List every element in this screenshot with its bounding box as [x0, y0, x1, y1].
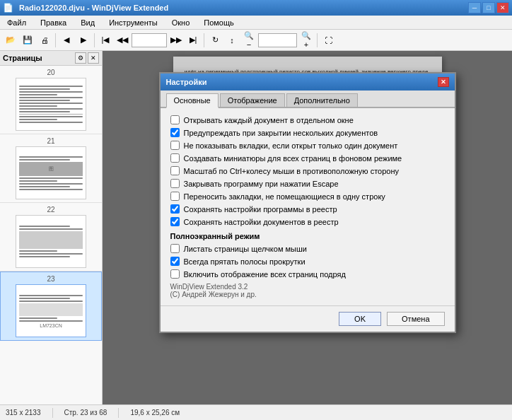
minimize-button[interactable]: ─ — [468, 2, 481, 13]
content-area: идёт на переменный подстроечный резисто-… — [103, 51, 512, 404]
checkbox-label-7: Сохранять настройки программы в реестр — [184, 205, 337, 214]
menu-window[interactable]: Окно — [168, 18, 194, 28]
toolbar-forward-btn[interactable]: ▶ — [76, 33, 91, 48]
main-area: Страницы ⚙ ✕ 20 — [0, 51, 512, 404]
status-dimensions: 315 x 2133 — [6, 409, 41, 416]
thumbnail-page-23[interactable]: 23 LM723CN — [0, 272, 102, 341]
checkbox-label-1: Предупреждать при закрытии нескольких до… — [184, 129, 378, 137]
thumb-label-21: 21 — [47, 137, 54, 145]
thumb-img-21: 图 — [16, 146, 86, 199]
dialog-copyright: (C) Андрей Жежерун и др. — [170, 291, 257, 298]
dialog-tabs: Основные Отображение Дополнительно — [161, 91, 455, 108]
maximize-button[interactable]: □ — [482, 2, 495, 13]
toolbar-sep-1 — [55, 33, 56, 47]
window-controls: ─ □ ✕ — [468, 2, 509, 13]
dialog-ok-button[interactable]: OK — [339, 312, 381, 326]
toolbar-sep-2 — [94, 33, 95, 47]
thumbnail-page-22[interactable]: 22 — [0, 203, 102, 272]
toolbar-save-btn[interactable]: 💾 — [20, 33, 35, 48]
toolbar-mirror-btn[interactable]: ↕ — [224, 33, 240, 48]
checkbox-label-2: Не показывать вкладки, если открыт тольк… — [184, 141, 398, 150]
checkbox-label-3: Создавать миниатюры для всех страниц в ф… — [184, 154, 402, 163]
dialog-tab-basic[interactable]: Основные — [166, 93, 219, 108]
checkbox-show-all-pages[interactable] — [170, 269, 180, 279]
toolbar-rotate-btn[interactable]: ↻ — [207, 33, 223, 48]
status-sep-1 — [52, 408, 53, 418]
sidebar: Страницы ⚙ ✕ 20 — [0, 51, 103, 404]
checkbox-click-page[interactable] — [170, 244, 180, 253]
checkbox-row-4: Масштаб по Ctrl+колесу мыши в противопол… — [170, 166, 445, 175]
thumb-label-22: 22 — [47, 206, 54, 214]
thumb-img-23: LM723CN — [16, 284, 86, 337]
dialog-title-bar: Настройки ✕ — [161, 74, 455, 91]
sidebar-close-icon[interactable]: ✕ — [88, 52, 99, 64]
settings-dialog: Настройки ✕ Основные Отображение Дополни… — [159, 72, 456, 333]
dialog-title: Настройки — [166, 78, 207, 86]
checkbox-label-8: Сохранять настройки документов в реестр — [184, 218, 339, 226]
sidebar-title: Страницы — [3, 54, 42, 62]
toolbar-open-btn[interactable]: 📂 — [3, 33, 18, 48]
dialog-cancel-button[interactable]: Отмена — [387, 312, 444, 326]
checkbox-wrap-tabs[interactable] — [170, 192, 180, 201]
toolbar-first-btn[interactable]: |◀ — [98, 33, 113, 48]
menu-file[interactable]: Файл — [3, 18, 30, 28]
status-sep-2 — [118, 408, 119, 418]
status-bar: 315 x 2133 Стр. 23 из 68 19,6 x 25,26 см — [0, 404, 512, 420]
checkbox-bg-thumbnails[interactable] — [170, 153, 180, 163]
checkbox-save-app-settings[interactable] — [170, 204, 180, 214]
checkbox-label-5: Закрывать программу при нажатии Escape — [184, 180, 339, 188]
fullscreen-section-label: Полноэкранный режим — [170, 232, 445, 240]
thumbnail-page-20[interactable]: 20 — [0, 66, 102, 134]
checkbox-hide-scrollbars[interactable] — [170, 257, 180, 266]
checkbox-separate-window[interactable] — [170, 115, 180, 124]
window-title: Radio122020.djvu - WinDjView Extended — [16, 4, 168, 12]
toolbar-fullscreen-btn[interactable]: ⛶ — [320, 33, 336, 48]
fullscreen-checkbox-label-2: Включить отображение всех страниц подряд — [184, 270, 346, 279]
toolbar-zoom-out-btn[interactable]: 🔍− — [241, 33, 257, 48]
thumb-img-22 — [16, 215, 86, 268]
checkbox-save-doc-settings[interactable] — [170, 217, 180, 226]
checkbox-row-5: Закрывать программу при нажатии Escape — [170, 179, 445, 188]
status-page: Стр. 23 из 68 — [64, 409, 107, 416]
sidebar-scroll[interactable]: 20 21 图 — [0, 66, 102, 404]
page-input[interactable]: #23 — [132, 33, 167, 47]
sidebar-icon-group: ⚙ ✕ — [75, 52, 99, 64]
thumbnail-page-21[interactable]: 21 图 — [0, 134, 102, 203]
checkbox-row-1: Предупреждать при закрытии нескольких до… — [170, 128, 445, 137]
toolbar-prev-btn[interactable]: ◀◀ — [115, 33, 130, 48]
fullscreen-checkbox-label-1: Всегда прятать полосы прокрутки — [184, 257, 306, 266]
sidebar-settings-icon[interactable]: ⚙ — [75, 52, 86, 64]
checkbox-no-tabs[interactable] — [170, 141, 180, 150]
checkbox-close-escape[interactable] — [170, 179, 180, 188]
checkbox-row-0: Открывать каждый документ в отдельном ок… — [170, 115, 445, 124]
checkbox-label-4: Масштаб по Ctrl+колесу мыши в противопол… — [184, 167, 400, 175]
toolbar-zoom-in-btn[interactable]: 🔍+ — [298, 33, 314, 48]
dialog-close-button[interactable]: ✕ — [438, 77, 449, 87]
menu-bar: Файл Правка Вид Инструменты Окно Помощь — [0, 16, 512, 30]
checkbox-reverse-zoom[interactable] — [170, 166, 180, 175]
menu-edit[interactable]: Правка — [36, 18, 71, 28]
zoom-input[interactable]: 100% — [258, 33, 297, 47]
toolbar-print-btn[interactable]: 🖨 — [37, 33, 52, 48]
checkbox-label-6: Переносить закладки, не помещающиеся в о… — [184, 192, 385, 201]
checkbox-warn-close[interactable] — [170, 128, 180, 137]
toolbar-next-btn[interactable]: ▶▶ — [168, 33, 184, 48]
toolbar-last-btn[interactable]: ▶| — [185, 33, 201, 48]
toolbar-back-btn[interactable]: ◀ — [59, 33, 74, 48]
menu-tools[interactable]: Инструменты — [105, 18, 162, 28]
dialog-tab-display[interactable]: Отображение — [220, 93, 285, 107]
fullscreen-checkbox-row-1: Всегда прятать полосы прокрутки — [170, 257, 445, 266]
close-button[interactable]: ✕ — [496, 2, 509, 13]
checkbox-row-2: Не показывать вкладки, если открыт тольк… — [170, 141, 445, 150]
menu-help[interactable]: Помощь — [199, 18, 238, 28]
dialog-footer: OK Отмена — [161, 305, 455, 332]
fullscreen-checkbox-row-0: Листать страницы щелчком мыши — [170, 244, 445, 253]
checkbox-row-7: Сохранять настройки программы в реестр — [170, 204, 445, 214]
checkbox-row-8: Сохранять настройки документов в реестр — [170, 217, 445, 226]
menu-view[interactable]: Вид — [76, 18, 99, 28]
dialog-tab-advanced[interactable]: Дополнительно — [286, 93, 358, 107]
toolbar: 📂 💾 🖨 ◀ ▶ |◀ ◀◀ #23 ▶▶ ▶| ↻ ↕ 🔍− 100% 🔍+… — [0, 30, 512, 51]
thumb-label-20: 20 — [47, 69, 54, 76]
thumb-label-23: 23 — [47, 275, 54, 283]
dialog-overlay: Настройки ✕ Основные Отображение Дополни… — [103, 51, 512, 404]
